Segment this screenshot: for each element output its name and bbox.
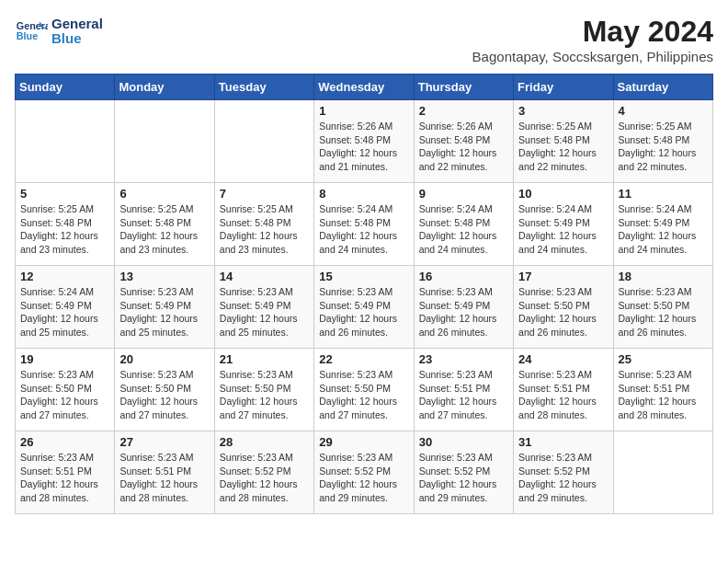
day-info: Sunrise: 5:24 AM Sunset: 5:48 PM Dayligh… [419, 202, 508, 257]
day-info: Sunrise: 5:23 AM Sunset: 5:52 PM Dayligh… [220, 451, 309, 505]
weekday-header-saturday: Saturday [613, 75, 712, 100]
day-info: Sunrise: 5:23 AM Sunset: 5:50 PM Dayligh… [319, 368, 408, 422]
day-number: 14 [220, 270, 309, 283]
day-info: Sunrise: 5:23 AM Sunset: 5:49 PM Dayligh… [419, 285, 508, 339]
calendar-cell: 13Sunrise: 5:23 AM Sunset: 5:49 PM Dayli… [115, 266, 214, 349]
day-number: 12 [20, 270, 109, 283]
calendar-cell: 27Sunrise: 5:23 AM Sunset: 5:51 PM Dayli… [115, 431, 214, 514]
day-info: Sunrise: 5:23 AM Sunset: 5:50 PM Dayligh… [619, 285, 708, 339]
day-number: 26 [20, 435, 109, 449]
day-info: Sunrise: 5:23 AM Sunset: 5:51 PM Dayligh… [619, 368, 708, 422]
calendar-cell: 11Sunrise: 5:24 AM Sunset: 5:49 PM Dayli… [613, 183, 712, 266]
day-number: 20 [119, 352, 209, 366]
calendar-cell: 7Sunrise: 5:25 AM Sunset: 5:48 PM Daylig… [214, 183, 313, 266]
calendar-week-2: 5Sunrise: 5:25 AM Sunset: 5:48 PM Daylig… [16, 183, 713, 266]
day-info: Sunrise: 5:23 AM Sunset: 5:51 PM Dayligh… [119, 451, 209, 505]
weekday-header-thursday: Thursday [414, 75, 513, 100]
calendar-cell: 1Sunrise: 5:26 AM Sunset: 5:48 PM Daylig… [314, 100, 414, 183]
calendar-cell: 31Sunrise: 5:23 AM Sunset: 5:52 PM Dayli… [514, 431, 613, 514]
day-info: Sunrise: 5:24 AM Sunset: 5:49 PM Dayligh… [619, 202, 708, 257]
calendar-title: May 2024 [472, 15, 713, 49]
weekday-header-tuesday: Tuesday [214, 75, 313, 100]
calendar-cell: 6Sunrise: 5:25 AM Sunset: 5:48 PM Daylig… [115, 183, 214, 266]
weekday-header-sunday: Sunday [16, 75, 115, 100]
calendar-week-3: 12Sunrise: 5:24 AM Sunset: 5:49 PM Dayli… [16, 266, 713, 349]
calendar-cell: 25Sunrise: 5:23 AM Sunset: 5:51 PM Dayli… [613, 349, 712, 431]
calendar-cell: 17Sunrise: 5:23 AM Sunset: 5:50 PM Dayli… [514, 266, 613, 349]
calendar-cell: 29Sunrise: 5:23 AM Sunset: 5:52 PM Dayli… [314, 431, 414, 514]
general-blue-logo-icon: General Blue [15, 15, 48, 48]
calendar-cell: 12Sunrise: 5:24 AM Sunset: 5:49 PM Dayli… [16, 266, 115, 349]
day-number: 10 [518, 187, 608, 201]
day-number: 9 [419, 187, 508, 201]
day-info: Sunrise: 5:23 AM Sunset: 5:52 PM Dayligh… [518, 451, 608, 505]
day-number: 19 [20, 352, 109, 366]
day-info: Sunrise: 5:23 AM Sunset: 5:49 PM Dayligh… [319, 285, 408, 339]
weekday-header-monday: Monday [115, 75, 214, 100]
day-number: 21 [220, 352, 309, 366]
day-info: Sunrise: 5:23 AM Sunset: 5:49 PM Dayligh… [220, 285, 309, 339]
day-number: 31 [518, 435, 608, 449]
day-number: 3 [518, 104, 608, 118]
day-number: 18 [619, 270, 708, 283]
day-info: Sunrise: 5:23 AM Sunset: 5:50 PM Dayligh… [119, 368, 209, 422]
calendar-cell: 14Sunrise: 5:23 AM Sunset: 5:49 PM Dayli… [214, 266, 313, 349]
calendar-cell: 19Sunrise: 5:23 AM Sunset: 5:50 PM Dayli… [16, 349, 115, 431]
calendar-cell: 26Sunrise: 5:23 AM Sunset: 5:51 PM Dayli… [16, 431, 115, 514]
day-info: Sunrise: 5:23 AM Sunset: 5:51 PM Dayligh… [20, 451, 109, 505]
day-number: 2 [419, 104, 508, 118]
day-info: Sunrise: 5:25 AM Sunset: 5:48 PM Dayligh… [619, 120, 708, 174]
day-number: 27 [119, 435, 209, 449]
day-number: 8 [319, 187, 408, 201]
day-number: 16 [419, 270, 508, 283]
day-number: 30 [419, 435, 508, 449]
day-info: Sunrise: 5:25 AM Sunset: 5:48 PM Dayligh… [518, 120, 608, 174]
day-info: Sunrise: 5:24 AM Sunset: 5:49 PM Dayligh… [20, 285, 109, 339]
day-info: Sunrise: 5:23 AM Sunset: 5:52 PM Dayligh… [319, 451, 408, 505]
day-number: 4 [619, 104, 708, 118]
day-info: Sunrise: 5:23 AM Sunset: 5:52 PM Dayligh… [419, 451, 508, 505]
logo: General Blue General Blue [15, 15, 103, 48]
svg-text:Blue: Blue [17, 30, 38, 41]
weekday-header-row: SundayMondayTuesdayWednesdayThursdayFrid… [16, 75, 713, 100]
weekday-header-friday: Friday [514, 75, 613, 100]
day-info: Sunrise: 5:25 AM Sunset: 5:48 PM Dayligh… [20, 202, 109, 257]
calendar-cell: 21Sunrise: 5:23 AM Sunset: 5:50 PM Dayli… [214, 349, 313, 431]
logo-general: General [51, 17, 103, 32]
calendar-table: SundayMondayTuesdayWednesdayThursdayFrid… [15, 74, 713, 514]
weekday-header-wednesday: Wednesday [314, 75, 414, 100]
day-info: Sunrise: 5:23 AM Sunset: 5:51 PM Dayligh… [518, 368, 608, 422]
day-number: 25 [619, 352, 708, 366]
day-number: 5 [20, 187, 109, 201]
calendar-cell: 3Sunrise: 5:25 AM Sunset: 5:48 PM Daylig… [514, 100, 613, 183]
calendar-cell [115, 100, 214, 183]
day-number: 6 [119, 187, 209, 201]
calendar-cell: 30Sunrise: 5:23 AM Sunset: 5:52 PM Dayli… [414, 431, 513, 514]
calendar-cell: 5Sunrise: 5:25 AM Sunset: 5:48 PM Daylig… [16, 183, 115, 266]
day-info: Sunrise: 5:26 AM Sunset: 5:48 PM Dayligh… [419, 120, 508, 174]
calendar-cell [214, 100, 313, 183]
header: General Blue General Blue May 2024 Bagon… [15, 15, 713, 64]
day-number: 7 [220, 187, 309, 201]
day-number: 13 [119, 270, 209, 283]
calendar-cell: 20Sunrise: 5:23 AM Sunset: 5:50 PM Dayli… [115, 349, 214, 431]
calendar-cell: 2Sunrise: 5:26 AM Sunset: 5:48 PM Daylig… [414, 100, 513, 183]
day-info: Sunrise: 5:23 AM Sunset: 5:51 PM Dayligh… [419, 368, 508, 422]
calendar-cell: 15Sunrise: 5:23 AM Sunset: 5:49 PM Dayli… [314, 266, 414, 349]
calendar-cell: 24Sunrise: 5:23 AM Sunset: 5:51 PM Dayli… [514, 349, 613, 431]
day-info: Sunrise: 5:23 AM Sunset: 5:50 PM Dayligh… [518, 285, 608, 339]
day-number: 11 [619, 187, 708, 201]
calendar-cell: 8Sunrise: 5:24 AM Sunset: 5:48 PM Daylig… [314, 183, 414, 266]
day-info: Sunrise: 5:23 AM Sunset: 5:50 PM Dayligh… [220, 368, 309, 422]
calendar-subtitle: Bagontapay, Soccsksargen, Philippines [472, 49, 713, 64]
calendar-cell: 4Sunrise: 5:25 AM Sunset: 5:48 PM Daylig… [613, 100, 712, 183]
day-number: 1 [319, 104, 408, 118]
calendar-cell: 9Sunrise: 5:24 AM Sunset: 5:48 PM Daylig… [414, 183, 513, 266]
day-info: Sunrise: 5:23 AM Sunset: 5:49 PM Dayligh… [119, 285, 209, 339]
calendar-cell [16, 100, 115, 183]
day-number: 17 [518, 270, 608, 283]
day-number: 22 [319, 352, 408, 366]
day-info: Sunrise: 5:25 AM Sunset: 5:48 PM Dayligh… [119, 202, 209, 257]
calendar-cell: 16Sunrise: 5:23 AM Sunset: 5:49 PM Dayli… [414, 266, 513, 349]
calendar-week-1: 1Sunrise: 5:26 AM Sunset: 5:48 PM Daylig… [16, 100, 713, 183]
